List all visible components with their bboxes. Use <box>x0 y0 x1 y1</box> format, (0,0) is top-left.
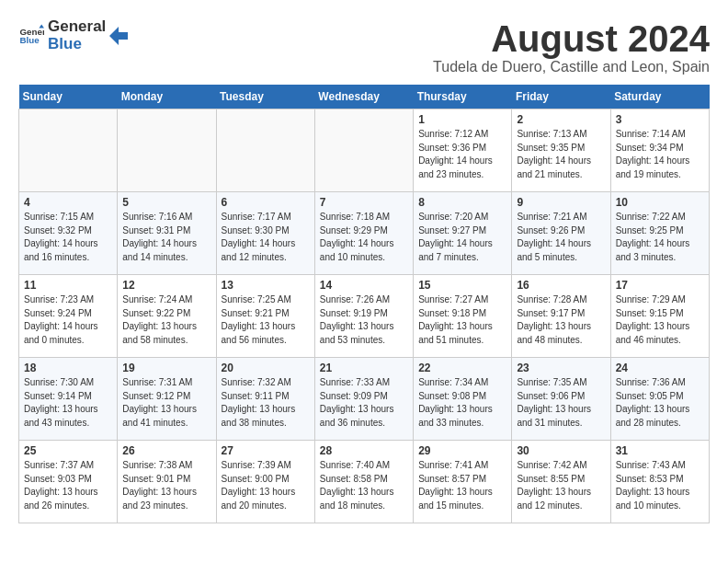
day-info: Sunrise: 7:31 AMSunset: 9:12 PMDaylight:… <box>122 376 210 430</box>
calendar-cell: 20Sunrise: 7:32 AMSunset: 9:11 PMDayligh… <box>216 358 314 441</box>
day-info: Sunrise: 7:40 AMSunset: 8:58 PMDaylight:… <box>320 459 408 512</box>
day-info: Sunrise: 7:37 AMSunset: 9:03 PMDaylight:… <box>24 459 112 512</box>
calendar-cell: 27Sunrise: 7:39 AMSunset: 9:00 PMDayligh… <box>216 441 314 523</box>
day-number: 15 <box>418 279 506 292</box>
weekday-header-tuesday: Tuesday <box>216 85 314 109</box>
day-number: 31 <box>616 444 704 457</box>
day-info: Sunrise: 7:20 AMSunset: 9:27 PMDaylight:… <box>418 211 506 264</box>
day-number: 22 <box>418 362 506 374</box>
logo-arrow-icon <box>109 27 128 45</box>
calendar-week-row: 25Sunrise: 7:37 AMSunset: 9:03 PMDayligh… <box>19 441 710 523</box>
calendar-cell: 31Sunrise: 7:43 AMSunset: 8:53 PMDayligh… <box>610 441 709 523</box>
day-number: 23 <box>517 362 605 374</box>
svg-marker-3 <box>109 27 128 45</box>
day-info: Sunrise: 7:26 AMSunset: 9:19 PMDaylight:… <box>320 293 408 347</box>
day-number: 13 <box>222 279 310 292</box>
day-number: 30 <box>517 444 605 457</box>
day-info: Sunrise: 7:12 AMSunset: 9:36 PMDaylight:… <box>418 128 506 181</box>
day-info: Sunrise: 7:41 AMSunset: 8:57 PMDaylight:… <box>418 459 506 512</box>
weekday-header-monday: Monday <box>118 85 216 109</box>
weekday-header-thursday: Thursday <box>414 85 512 109</box>
day-number: 2 <box>517 113 605 126</box>
day-info: Sunrise: 7:14 AMSunset: 9:34 PMDaylight:… <box>616 128 704 181</box>
day-info: Sunrise: 7:21 AMSunset: 9:26 PMDaylight:… <box>517 211 605 264</box>
weekday-header-row: SundayMondayTuesdayWednesdayThursdayFrid… <box>19 85 710 109</box>
header: General Blue General Blue August 2024 Tu… <box>18 18 710 75</box>
day-info: Sunrise: 7:43 AMSunset: 8:53 PMDaylight:… <box>616 459 704 512</box>
logo-blue-text: Blue <box>48 36 106 53</box>
calendar-table: SundayMondayTuesdayWednesdayThursdayFrid… <box>18 85 710 523</box>
calendar-week-row: 1Sunrise: 7:12 AMSunset: 9:36 PMDaylight… <box>19 109 710 192</box>
day-info: Sunrise: 7:15 AMSunset: 9:32 PMDaylight:… <box>24 211 112 264</box>
calendar-cell: 8Sunrise: 7:20 AMSunset: 9:27 PMDaylight… <box>414 192 512 275</box>
calendar-cell: 29Sunrise: 7:41 AMSunset: 8:57 PMDayligh… <box>414 441 512 523</box>
day-info: Sunrise: 7:16 AMSunset: 9:31 PMDaylight:… <box>122 211 210 264</box>
calendar-week-row: 18Sunrise: 7:30 AMSunset: 9:14 PMDayligh… <box>19 358 710 441</box>
day-number: 12 <box>122 279 210 292</box>
day-info: Sunrise: 7:24 AMSunset: 9:22 PMDaylight:… <box>122 293 210 347</box>
calendar-cell: 14Sunrise: 7:26 AMSunset: 9:19 PMDayligh… <box>314 275 413 358</box>
calendar-cell: 3Sunrise: 7:14 AMSunset: 9:34 PMDaylight… <box>610 109 709 192</box>
day-info: Sunrise: 7:34 AMSunset: 9:08 PMDaylight:… <box>418 376 506 430</box>
calendar-cell: 12Sunrise: 7:24 AMSunset: 9:22 PMDayligh… <box>118 275 216 358</box>
day-info: Sunrise: 7:38 AMSunset: 9:01 PMDaylight:… <box>122 459 210 512</box>
day-number: 9 <box>517 196 605 209</box>
calendar-title: August 2024 <box>433 18 710 59</box>
calendar-week-row: 11Sunrise: 7:23 AMSunset: 9:24 PMDayligh… <box>19 275 710 358</box>
calendar-cell <box>314 109 413 192</box>
calendar-cell: 6Sunrise: 7:17 AMSunset: 9:30 PMDaylight… <box>216 192 314 275</box>
day-info: Sunrise: 7:39 AMSunset: 9:00 PMDaylight:… <box>222 459 310 512</box>
calendar-cell: 2Sunrise: 7:13 AMSunset: 9:35 PMDaylight… <box>512 109 610 192</box>
logo-general-text: General <box>48 18 106 36</box>
svg-text:Blue: Blue <box>19 35 40 45</box>
day-number: 18 <box>24 362 112 374</box>
calendar-cell: 30Sunrise: 7:42 AMSunset: 8:55 PMDayligh… <box>512 441 610 523</box>
day-number: 4 <box>24 196 112 209</box>
calendar-cell: 1Sunrise: 7:12 AMSunset: 9:36 PMDaylight… <box>414 109 512 192</box>
calendar-cell: 15Sunrise: 7:27 AMSunset: 9:18 PMDayligh… <box>414 275 512 358</box>
day-info: Sunrise: 7:22 AMSunset: 9:25 PMDaylight:… <box>616 211 704 264</box>
calendar-cell: 18Sunrise: 7:30 AMSunset: 9:14 PMDayligh… <box>19 358 118 441</box>
calendar-subtitle: Tudela de Duero, Castille and Leon, Spai… <box>433 59 710 75</box>
day-number: 21 <box>320 362 408 374</box>
calendar-cell: 25Sunrise: 7:37 AMSunset: 9:03 PMDayligh… <box>19 441 118 523</box>
calendar-cell: 22Sunrise: 7:34 AMSunset: 9:08 PMDayligh… <box>414 358 512 441</box>
day-number: 25 <box>24 444 112 457</box>
day-info: Sunrise: 7:27 AMSunset: 9:18 PMDaylight:… <box>418 293 506 347</box>
calendar-cell <box>19 109 118 192</box>
weekday-header-saturday: Saturday <box>610 85 709 109</box>
title-section: August 2024 Tudela de Duero, Castille an… <box>433 18 710 75</box>
day-info: Sunrise: 7:30 AMSunset: 9:14 PMDaylight:… <box>24 376 112 430</box>
day-number: 11 <box>24 279 112 292</box>
day-info: Sunrise: 7:23 AMSunset: 9:24 PMDaylight:… <box>24 293 112 347</box>
calendar-week-row: 4Sunrise: 7:15 AMSunset: 9:32 PMDaylight… <box>19 192 710 275</box>
logo-icon: General Blue <box>18 23 44 49</box>
day-number: 26 <box>122 444 210 457</box>
day-number: 7 <box>320 196 408 209</box>
day-info: Sunrise: 7:36 AMSunset: 9:05 PMDaylight:… <box>616 376 704 430</box>
day-info: Sunrise: 7:33 AMSunset: 9:09 PMDaylight:… <box>320 376 408 430</box>
calendar-cell: 7Sunrise: 7:18 AMSunset: 9:29 PMDaylight… <box>314 192 413 275</box>
calendar-cell: 5Sunrise: 7:16 AMSunset: 9:31 PMDaylight… <box>118 192 216 275</box>
calendar-cell: 24Sunrise: 7:36 AMSunset: 9:05 PMDayligh… <box>610 358 709 441</box>
calendar-cell: 17Sunrise: 7:29 AMSunset: 9:15 PMDayligh… <box>610 275 709 358</box>
calendar-cell: 28Sunrise: 7:40 AMSunset: 8:58 PMDayligh… <box>314 441 413 523</box>
day-number: 29 <box>418 444 506 457</box>
weekday-header-friday: Friday <box>512 85 610 109</box>
calendar-cell: 9Sunrise: 7:21 AMSunset: 9:26 PMDaylight… <box>512 192 610 275</box>
day-info: Sunrise: 7:35 AMSunset: 9:06 PMDaylight:… <box>517 376 605 430</box>
day-info: Sunrise: 7:29 AMSunset: 9:15 PMDaylight:… <box>616 293 704 347</box>
day-number: 8 <box>418 196 506 209</box>
day-info: Sunrise: 7:17 AMSunset: 9:30 PMDaylight:… <box>222 211 310 264</box>
day-number: 24 <box>616 362 704 374</box>
day-number: 28 <box>320 444 408 457</box>
day-number: 10 <box>616 196 704 209</box>
calendar-cell: 4Sunrise: 7:15 AMSunset: 9:32 PMDaylight… <box>19 192 118 275</box>
day-info: Sunrise: 7:42 AMSunset: 8:55 PMDaylight:… <box>517 459 605 512</box>
calendar-cell: 23Sunrise: 7:35 AMSunset: 9:06 PMDayligh… <box>512 358 610 441</box>
day-number: 16 <box>517 279 605 292</box>
calendar-cell <box>118 109 216 192</box>
day-info: Sunrise: 7:13 AMSunset: 9:35 PMDaylight:… <box>517 128 605 181</box>
calendar-cell: 11Sunrise: 7:23 AMSunset: 9:24 PMDayligh… <box>19 275 118 358</box>
day-info: Sunrise: 7:18 AMSunset: 9:29 PMDaylight:… <box>320 211 408 264</box>
